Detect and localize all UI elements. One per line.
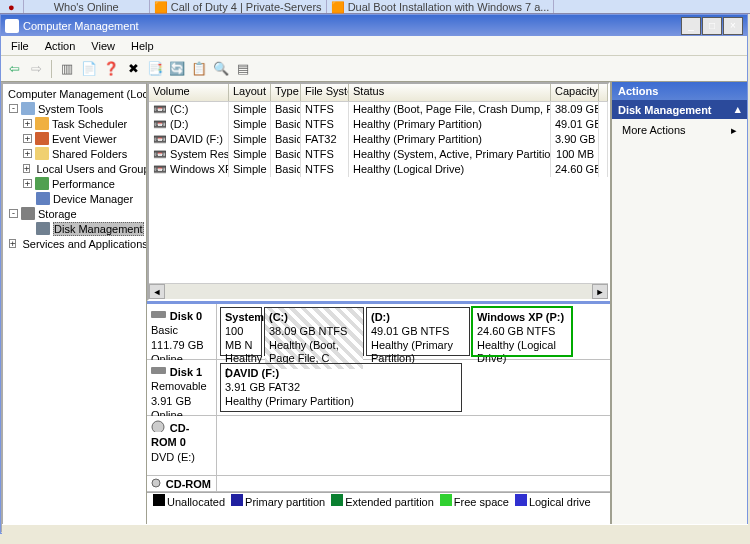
event-icon [35, 132, 49, 145]
legend-unallocated-swatch [153, 494, 165, 506]
partition-c[interactable]: (C:)38.09 GB NTFSHealthy (Boot, Page Fil… [264, 307, 364, 356]
perf-icon [35, 177, 49, 190]
disk-graphic-panel[interactable]: Disk 0 Basic 111.79 GB Online System100 … [147, 301, 610, 533]
action-icon[interactable]: 📑 [146, 60, 164, 78]
disk1-header[interactable]: Disk 1 Removable 3.91 GB Online [147, 360, 217, 415]
tree-device-manager[interactable]: Device Manager [53, 193, 133, 205]
tree-storage[interactable]: Storage [38, 208, 77, 220]
tree-system-tools[interactable]: System Tools [38, 103, 103, 115]
refresh-icon[interactable]: 🔄 [168, 60, 186, 78]
volume-row[interactable]: 📼 Windows XP (P:)SimpleBasicNTFSHealthy … [149, 162, 608, 177]
list-icon[interactable]: ▤ [234, 60, 252, 78]
tree-shared-folders[interactable]: Shared Folders [52, 148, 127, 160]
tools-icon [21, 102, 35, 115]
svg-point-2 [152, 421, 164, 432]
disk-icon [36, 222, 50, 235]
legend-free-swatch [440, 494, 452, 506]
actions-header: Actions [612, 82, 747, 100]
browser-tabs-background: ● Who's Online 🟧 Call of Duty 4 | Privat… [0, 0, 750, 14]
menu-bar: File Action View Help [1, 36, 747, 56]
menu-file[interactable]: File [3, 38, 37, 54]
properties-icon[interactable]: 📄 [80, 60, 98, 78]
col-status[interactable]: Status [349, 84, 551, 101]
close-button[interactable]: × [723, 17, 743, 35]
tree-task-scheduler[interactable]: Task Scheduler [52, 118, 127, 130]
col-layout[interactable]: Layout [229, 84, 271, 101]
clock-icon [35, 117, 49, 130]
volume-list[interactable]: Volume Layout Type File System Status Ca… [147, 82, 610, 301]
settings-icon[interactable]: 🔍 [212, 60, 230, 78]
svg-point-3 [152, 479, 160, 487]
partition-windows-xp[interactable]: Windows XP (P:)24.60 GB NTFSHealthy (Log… [472, 307, 572, 356]
toolbar: ⇦ ⇨ ▥ 📄 ❓ ✖ 📑 🔄 📋 🔍 ▤ [1, 56, 747, 82]
menu-help[interactable]: Help [123, 38, 162, 54]
title-bar[interactable]: Computer Management _ □ × [1, 15, 747, 36]
volume-row[interactable]: 📼 System ReservedSimpleBasicNTFSHealthy … [149, 147, 608, 162]
col-capacity[interactable]: Capacity [551, 84, 599, 101]
more-actions-link[interactable]: More Actions▸ [612, 119, 747, 142]
collapse-icon[interactable]: ▴ [735, 103, 741, 116]
tree-event-viewer[interactable]: Event Viewer [52, 133, 117, 145]
delete-icon[interactable]: ✖ [124, 60, 142, 78]
svg-rect-0 [151, 311, 166, 318]
app-icon [5, 19, 19, 33]
volume-columns[interactable]: Volume Layout Type File System Status Ca… [149, 84, 608, 102]
status-bar [2, 524, 748, 542]
device-icon [36, 192, 50, 205]
tree-services[interactable]: Services and Applications [22, 238, 147, 250]
horizontal-scrollbar[interactable]: ◄► [149, 283, 608, 299]
tree-performance[interactable]: Performance [52, 178, 115, 190]
actions-pane[interactable]: Actions Disk Management▴ More Actions▸ [611, 82, 747, 533]
partition-david-f[interactable]: DAVID (F:)3.91 GB FAT32Healthy (Primary … [220, 363, 462, 412]
expand-toggle[interactable]: - [9, 104, 18, 113]
col-type[interactable]: Type [271, 84, 301, 101]
back-button[interactable]: ⇦ [5, 60, 23, 78]
svg-rect-1 [151, 367, 166, 374]
forward-button: ⇨ [27, 60, 45, 78]
tree-local-users[interactable]: Local Users and Groups [36, 163, 147, 175]
window-title: Computer Management [23, 20, 139, 32]
menu-view[interactable]: View [83, 38, 123, 54]
cdrom0-header[interactable]: CD-ROM 0 DVD (E:) No Media [147, 416, 217, 475]
cd-drive-icon [151, 420, 167, 432]
disk0-header[interactable]: Disk 0 Basic 111.79 GB Online [147, 304, 217, 359]
disk-drive-icon [151, 364, 167, 376]
help-icon[interactable]: ❓ [102, 60, 120, 78]
tree-disk-management[interactable]: Disk Management [53, 222, 144, 236]
volume-row[interactable]: 📼 (D:)SimpleBasicNTFSHealthy (Primary Pa… [149, 117, 608, 132]
menu-action[interactable]: Action [37, 38, 84, 54]
export-icon[interactable]: 📋 [190, 60, 208, 78]
folder-icon [35, 147, 49, 160]
submenu-arrow-icon: ▸ [731, 124, 737, 137]
col-filesystem[interactable]: File System [301, 84, 349, 101]
storage-icon [21, 207, 35, 220]
legend-logical-swatch [515, 494, 527, 506]
view-split-icon[interactable]: ▥ [58, 60, 76, 78]
volume-row[interactable]: 📼 (C:)SimpleBasicNTFSHealthy (Boot, Page… [149, 102, 608, 117]
partition-d[interactable]: (D:)49.01 GB NTFSHealthy (Primary Partit… [366, 307, 470, 356]
actions-context-header[interactable]: Disk Management▴ [612, 100, 747, 119]
legend-extended-swatch [331, 494, 343, 506]
partition-system[interactable]: System100 MB NHealthy ( [220, 307, 262, 356]
legend-bar: Unallocated Primary partition Extended p… [147, 492, 610, 509]
cdrom1-header[interactable]: CD-ROM 1 [147, 476, 217, 491]
cd-drive-icon [151, 478, 163, 488]
nav-tree[interactable]: Computer Management (Local) -System Tool… [1, 82, 147, 533]
cdrom0-empty[interactable] [217, 416, 610, 475]
maximize-button[interactable]: □ [702, 17, 722, 35]
minimize-button[interactable]: _ [681, 17, 701, 35]
legend-primary-swatch [231, 494, 243, 506]
col-volume[interactable]: Volume [149, 84, 229, 101]
disk-drive-icon [151, 308, 167, 320]
volume-row[interactable]: 📼 DAVID (F:)SimpleBasicFAT32Healthy (Pri… [149, 132, 608, 147]
